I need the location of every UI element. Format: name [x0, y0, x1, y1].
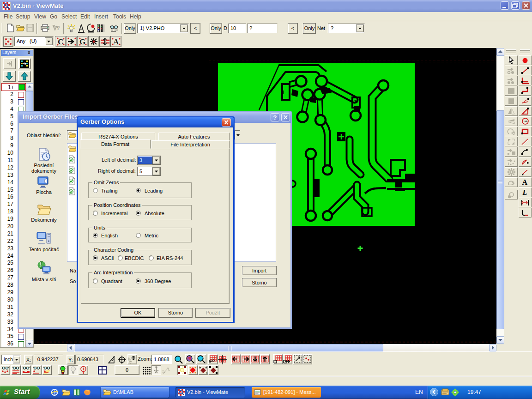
svg-text:a: a	[206, 371, 208, 374]
svg-text:A: A	[113, 37, 119, 46]
svg-text:L: L	[522, 188, 527, 196]
svg-text:s: s	[199, 366, 200, 369]
svg-text:?: ?	[56, 24, 60, 31]
svg-text:s: s	[206, 366, 207, 369]
svg-text:A: A	[522, 178, 528, 186]
svg-text:C: C	[58, 37, 63, 46]
